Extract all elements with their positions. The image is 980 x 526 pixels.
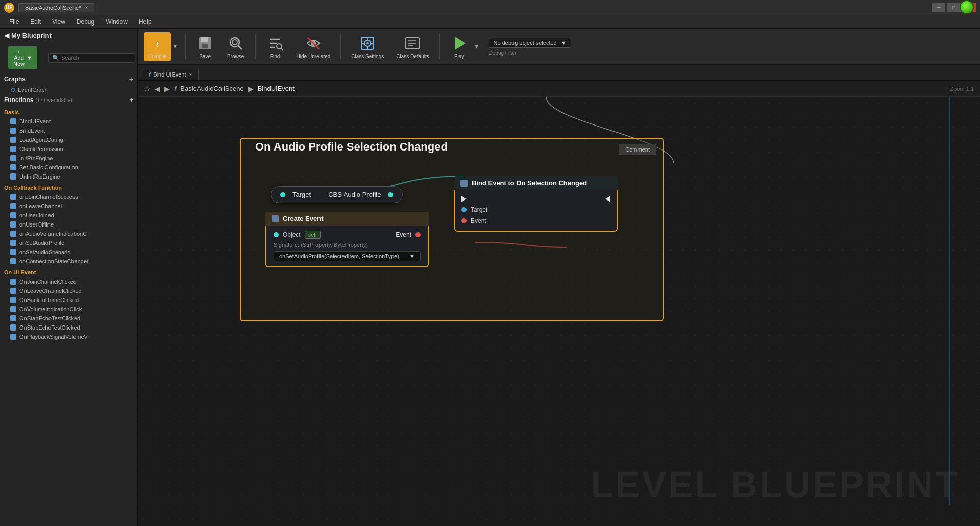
maximize-button[interactable]: □ — [947, 3, 961, 12]
breadcrumb-back-icon[interactable]: ◀ — [155, 85, 160, 93]
svg-line-7 — [238, 45, 242, 49]
sidebar-item-checkpermission[interactable]: f CheckPermission — [0, 144, 137, 154]
sidebar-item-onaudiovolume[interactable]: f onAudioVolumeIndicationC — [0, 229, 137, 238]
bind-event-title: Bind Event to On Selection Changed — [472, 179, 587, 187]
sidebar-item-binduievent[interactable]: f BindUIEvent — [0, 117, 137, 126]
graphs-section-header[interactable]: Graphs + — [0, 73, 137, 85]
cbs-label: CBS Audio Profile — [328, 191, 381, 198]
compile-label: Compile — [148, 54, 167, 59]
debug-object-label: No debug object selected — [494, 40, 557, 46]
canvas[interactable]: On Audio Profile Selection Changed Comme… — [138, 97, 980, 526]
tab-close-icon[interactable]: × — [189, 72, 192, 78]
target-node[interactable]: Target CBS Audio Profile — [271, 186, 403, 203]
menu-window[interactable]: Window — [101, 17, 133, 27]
bind-event-node[interactable]: Bind Event to On Selection Changed Targe… — [454, 176, 618, 232]
breadcrumb-star-icon[interactable]: ☆ — [144, 85, 151, 93]
panel-triangle-icon: ◀ — [4, 32, 9, 39]
create-event-node[interactable]: Create Event Object self Event Signature… — [265, 212, 429, 267]
find-button[interactable]: Find — [262, 32, 288, 61]
signature-dropdown-arrow-icon: ▼ — [409, 253, 415, 259]
svg-marker-23 — [455, 37, 466, 50]
tab-close-icon[interactable]: × — [85, 5, 88, 10]
create-event-body: Object self Event Signature: (StrPropert… — [265, 226, 429, 267]
sidebar-item-onjoinchannelclicked[interactable]: f OnJoinChannelClicked — [0, 277, 137, 286]
overridable-label: (17 Overridable) — [35, 97, 72, 103]
app-tab-label: BasicAudioCallScene* — [25, 5, 81, 11]
comment-button[interactable]: Comment — [619, 144, 656, 155]
event-graph-label: EventGraph — [18, 87, 48, 93]
menu-bar: File Edit View Debug Window Help — [0, 15, 980, 29]
sidebar-item-onstartechotestclicked[interactable]: f OnStartEchoTestClicked — [0, 314, 137, 323]
sidebar-item-onleavechannel[interactable]: f onLeaveChannel — [0, 202, 137, 211]
play-arrow-icon[interactable]: ▼ — [473, 43, 481, 50]
menu-debug[interactable]: Debug — [71, 17, 100, 27]
sidebar-item-onsetaudioscenario[interactable]: f onSetAudioScenario — [0, 247, 137, 257]
bind-event-label: Event — [471, 217, 486, 224]
play-btn-group: Play ▼ — [446, 32, 481, 61]
sidebar-item-onleavechannelclicked[interactable]: f OnLeaveChannelClicked — [0, 286, 137, 295]
menu-edit[interactable]: Edit — [25, 17, 46, 27]
tab-binduievent[interactable]: f Bind UIEvent × — [142, 69, 199, 80]
sidebar-item-onconnectionstate[interactable]: f onConnectionStateChanger — [0, 257, 137, 266]
compile-arrow-icon[interactable]: ▼ — [171, 43, 179, 50]
svg-text:!: ! — [156, 40, 159, 48]
sidebar-item-onjoinchannelsuccess[interactable]: f onJoinChannelSuccess — [0, 192, 137, 202]
svg-rect-3 — [201, 37, 208, 42]
add-new-arrow-icon: ▼ — [27, 55, 32, 61]
play-label: Play — [454, 54, 464, 59]
signature-dropdown[interactable]: onSetAudioProfile(SelectedItem, Selectio… — [274, 251, 421, 261]
sidebar-item-bindevent[interactable]: f BindEvent — [0, 126, 137, 135]
create-event-header: Create Event — [265, 212, 429, 226]
target-right-pin — [388, 192, 393, 197]
sidebar-item-initrtcengine[interactable]: f InitRtcEngine — [0, 154, 137, 163]
sidebar-item-onplaybacksignalvolume[interactable]: f OnPlaybackSignalVolumeV — [0, 332, 137, 341]
graphs-label: Graphs — [4, 76, 26, 83]
breadcrumb-forward-icon[interactable]: ▶ — [164, 85, 170, 93]
menu-file[interactable]: File — [4, 17, 24, 27]
add-new-button[interactable]: + Add New ▼ — [8, 46, 37, 69]
self-badge: self — [305, 231, 321, 239]
my-blueprint-header: ◀ My Blueprint — [0, 29, 137, 42]
svg-point-6 — [232, 40, 237, 45]
on-ui-event-section-header: On UI Event — [0, 268, 137, 277]
sidebar-item-onbacktohomeclicked[interactable]: f OnBackToHomeClicked — [0, 295, 137, 305]
bind-event-body: Target Event — [454, 190, 618, 232]
main-area: ! Compile ▼ Save — [138, 29, 980, 526]
create-event-title: Create Event — [283, 215, 323, 222]
sidebar-item-loadagoraconfig[interactable]: f LoadAgoraConfig — [0, 135, 137, 144]
sidebar-item-setbasicconfig[interactable]: f Set Basic Configuration — [0, 163, 137, 172]
search-bar[interactable]: 🔍 — [48, 53, 135, 63]
minimize-button[interactable]: ─ — [932, 3, 945, 12]
sidebar-item-uninitrtcengine[interactable]: f UnInitRtcEngine — [0, 172, 137, 181]
hide-unrelated-icon — [304, 34, 323, 53]
target-left-pin — [280, 192, 285, 197]
app-tab[interactable]: BasicAudioCallScene* × — [18, 3, 94, 12]
status-indicator — [960, 0, 974, 14]
search-icon: 🔍 — [52, 55, 59, 61]
sidebar-item-onuserjoined[interactable]: f onUserJoined — [0, 211, 137, 220]
menu-view[interactable]: View — [47, 17, 70, 27]
sidebar-item-onvolumeindicationclick[interactable]: f OnVolumeIndicationClick — [0, 305, 137, 314]
sidebar-item-onsetaudioprofile[interactable]: f onSetAudioProfile — [0, 238, 137, 247]
class-settings-button[interactable]: Class Settings — [347, 32, 388, 61]
sidebar-item-onstopechotestclicked[interactable]: f OnStopEchoTestClicked — [0, 323, 137, 332]
browse-button[interactable]: Browse — [223, 32, 249, 61]
functions-add-icon[interactable]: + — [130, 96, 133, 104]
debug-object-dropdown[interactable]: No debug object selected ▼ — [489, 38, 571, 48]
compile-icon: ! — [148, 34, 166, 53]
menu-help[interactable]: Help — [134, 17, 157, 27]
hide-unrelated-button[interactable]: Hide Unrelated — [292, 32, 335, 61]
find-icon — [266, 34, 284, 53]
event-graph-icon: ⬡ — [10, 87, 15, 93]
save-button[interactable]: Save — [192, 32, 218, 61]
debug-filter-label: Debug Filter — [489, 50, 571, 56]
compile-button[interactable]: ! Compile — [144, 32, 171, 61]
debug-section: No debug object selected ▼ Debug Filter — [489, 38, 571, 56]
play-button[interactable]: Play — [446, 32, 473, 61]
sidebar-item-onuseroffline[interactable]: f onUserOffline — [0, 220, 137, 229]
bind-event-header: Bind Event to On Selection Changed — [454, 176, 618, 190]
search-input[interactable] — [61, 55, 132, 61]
class-defaults-button[interactable]: Class Defaults — [392, 32, 433, 61]
graphs-add-icon[interactable]: + — [129, 75, 133, 83]
sidebar-item-eventgraph[interactable]: ⬡ EventGraph — [0, 85, 137, 94]
